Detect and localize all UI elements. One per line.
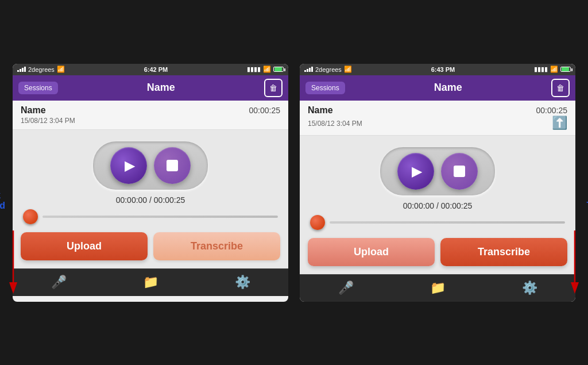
folder-icon-right: 📁 — [430, 281, 446, 295]
left-arrow — [5, 230, 22, 299]
status-left-right: 2degrees 📶 — [304, 66, 352, 73]
stop-button-right[interactable] — [441, 153, 478, 190]
trash-button-right[interactable]: 🗑 — [551, 79, 570, 97]
tab-bar-left: 🎤 📁 ⚙️ — [13, 268, 288, 296]
upload-icon-right[interactable]: ⬆️ — [552, 116, 567, 130]
wifi-right: 📶 — [550, 66, 558, 73]
phone-left: 2degrees 📶 6:42 PM ▮▮▮▮ 📶 Sessions Name … — [13, 64, 288, 302]
transcribe-button-right[interactable]: Transcribe — [440, 238, 567, 266]
sessions-button-left[interactable]: Sessions — [18, 82, 58, 94]
time-display-left: 00:00:00 / 00:00:25 — [21, 195, 280, 205]
recording-info-left: Name 00:00:25 15/08/12 3:04 PM — [13, 101, 288, 130]
phone-right: 2degrees 📶 6:43 PM ▮▮▮▮ 📶 Sessions Name … — [300, 64, 575, 302]
trash-button-left[interactable]: 🗑 — [264, 79, 283, 97]
time-label: 6:42 PM — [144, 66, 168, 73]
click-transcribe-annotation: ClickTranscribe — [581, 190, 588, 211]
tab-record-right[interactable]: 🎤 — [334, 278, 358, 298]
rec-name-right: Name — [308, 105, 333, 116]
status-left: 2degrees 📶 — [17, 66, 65, 73]
wifi-icon-right2: 📶 — [344, 66, 352, 73]
transcribe-button-left[interactable]: Transcribe — [153, 232, 280, 260]
folder-icon-left: 📁 — [143, 275, 158, 290]
controls-left: ▶ — [93, 141, 208, 190]
scrubber-left[interactable] — [21, 209, 280, 224]
scrubber-thumb-right[interactable] — [310, 215, 325, 230]
rec-duration-left: 00:00:25 — [249, 106, 281, 115]
signal-bars-right: ▮▮▮▮ — [534, 66, 548, 73]
upload-button-left[interactable]: Upload — [21, 232, 148, 260]
microphone-icon-left: 🎤 — [51, 275, 67, 290]
nav-title-left: Name — [147, 82, 175, 94]
nav-bar-right: Sessions Name 🗑 — [300, 75, 575, 101]
play-button-right[interactable]: ▶ — [397, 153, 434, 190]
tools-icon-left: ⚙️ — [235, 275, 250, 290]
wifi-icon: 📶 — [57, 66, 65, 73]
tools-icon-right: ⚙️ — [522, 281, 537, 295]
rec-duration-right: 00:00:25 — [536, 106, 568, 115]
time-display-right: 00:00:00 / 00:00:25 — [308, 201, 567, 210]
rec-name-left: Name — [21, 105, 46, 116]
sessions-button-right[interactable]: Sessions — [305, 82, 345, 94]
click-upload-annotation: ClickUpload — [0, 190, 13, 211]
tab-settings-left[interactable]: ⚙️ — [230, 272, 255, 292]
status-bar-right: 2degrees 📶 6:43 PM ▮▮▮▮ 📶 — [300, 64, 575, 75]
stop-button-left[interactable] — [154, 147, 191, 184]
battery-icon — [273, 67, 284, 72]
stop-icon-left — [167, 160, 178, 171]
scrubber-track-left[interactable] — [42, 216, 278, 218]
rec-date-left: 15/08/12 3:04 PM — [21, 117, 280, 125]
svg-marker-1 — [9, 282, 17, 294]
stop-icon-right — [454, 166, 465, 177]
svg-marker-3 — [571, 282, 579, 294]
status-right: ▮▮▮▮ 📶 — [247, 66, 284, 73]
nav-bar-left: Sessions Name 🗑 — [13, 75, 288, 101]
tab-record-left[interactable]: 🎤 — [47, 272, 71, 292]
scrubber-thumb-left[interactable] — [23, 209, 38, 224]
signal-icon-right2 — [304, 67, 313, 72]
play-icon-left: ▶ — [125, 157, 135, 174]
status-right-right: ▮▮▮▮ 📶 — [534, 66, 571, 73]
player-area-left: ▶ 00:00:00 / 00:00:25 Upload Transcribe — [13, 130, 288, 268]
trash-icon-left: 🗑 — [269, 83, 277, 93]
recording-info-right: Name 00:00:25 15/08/12 3:04 PM ⬆️ — [300, 101, 575, 136]
signal-icon-right: ▮▮▮▮ — [247, 66, 261, 73]
player-area-right: ▶ 00:00:00 / 00:00:25 Upload Transcribe — [300, 136, 575, 274]
play-button-left[interactable]: ▶ — [110, 147, 147, 184]
wifi-icon-right: 📶 — [263, 66, 271, 73]
battery-icon-right — [560, 67, 571, 72]
action-buttons-left: Upload Transcribe — [21, 232, 280, 260]
trash-icon-right: 🗑 — [556, 83, 564, 93]
time-label-right: 6:43 PM — [431, 66, 455, 73]
nav-title-right: Name — [434, 82, 462, 94]
play-icon-right: ▶ — [412, 163, 422, 179]
tab-files-left[interactable]: 📁 — [138, 272, 163, 292]
rec-date-right: 15/08/12 3:04 PM — [308, 120, 362, 128]
status-bar-left: 2degrees 📶 6:42 PM ▮▮▮▮ 📶 — [13, 64, 288, 75]
tab-files-right[interactable]: 📁 — [425, 278, 450, 298]
carrier-label: 2degrees — [28, 66, 55, 73]
controls-right: ▶ — [380, 147, 495, 195]
signal-icon — [17, 67, 26, 72]
scrubber-track-right[interactable] — [330, 221, 565, 224]
tab-bar-right: 🎤 📁 ⚙️ — [300, 274, 575, 302]
upload-button-right[interactable]: Upload — [308, 238, 435, 266]
scrubber-right[interactable] — [308, 215, 567, 230]
action-buttons-right: Upload Transcribe — [308, 238, 567, 266]
carrier-label-right: 2degrees — [315, 66, 342, 73]
tab-settings-right[interactable]: ⚙️ — [517, 278, 542, 298]
right-arrow — [566, 230, 583, 299]
microphone-icon-right: 🎤 — [338, 281, 354, 295]
